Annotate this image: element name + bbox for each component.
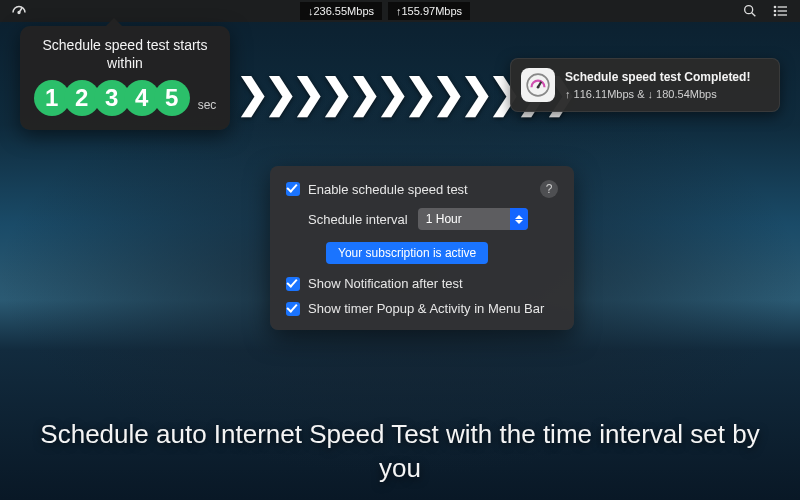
notification-subtitle: ↑ 116.11Mbps & ↓ 180.54Mbps: [565, 88, 769, 100]
chevron-down-icon: [515, 220, 523, 224]
select-stepper-icon: [510, 208, 528, 230]
interval-value: 1 Hour: [418, 212, 510, 226]
chevron-right-icon: ❯: [376, 70, 404, 116]
notification-title: Schedule speed test Completed!: [565, 70, 769, 84]
chevron-right-icon: ❯: [320, 70, 348, 116]
interval-select[interactable]: 1 Hour: [418, 208, 528, 230]
interval-label: Schedule interval: [308, 212, 408, 227]
show-timer-checkbox[interactable]: [286, 302, 300, 316]
countdown-digit: 5: [154, 80, 190, 116]
svg-point-10: [527, 74, 549, 96]
upload-speed-indicator: ↑155.97Mbps: [388, 2, 470, 20]
enable-schedule-label: Enable schedule speed test: [308, 182, 468, 197]
show-notification-label: Show Notification after test: [308, 276, 463, 291]
svg-point-1: [18, 12, 20, 14]
marketing-tagline: Schedule auto Internet Speed Test with t…: [0, 418, 800, 486]
notification-app-icon: [521, 68, 555, 102]
enable-schedule-checkbox[interactable]: [286, 182, 300, 196]
completion-notification[interactable]: Schedule speed test Completed! ↑ 116.11M…: [510, 58, 780, 112]
settings-panel: Enable schedule speed test ? Schedule in…: [270, 166, 574, 330]
show-notification-row: Show Notification after test: [286, 276, 558, 291]
countdown-popup: Schedule speed test starts within 1 2 3 …: [20, 26, 230, 130]
chevron-right-icon: ❯: [236, 70, 264, 116]
chevron-right-icon: ❯: [292, 70, 320, 116]
show-timer-label: Show timer Popup & Activity in Menu Bar: [308, 301, 544, 316]
svg-point-8: [774, 10, 775, 11]
chevron-right-icon: ❯: [264, 70, 292, 116]
countdown-unit: sec: [198, 98, 217, 112]
show-timer-row: Show timer Popup & Activity in Menu Bar: [286, 301, 558, 316]
enable-row: Enable schedule speed test ?: [286, 180, 558, 198]
menubar-right: [742, 3, 790, 19]
svg-point-7: [774, 6, 775, 7]
svg-point-12: [537, 86, 540, 89]
chevron-right-icon: ❯: [404, 70, 432, 116]
chevron-right-icon: ❯: [460, 70, 488, 116]
countdown-digits: 1 2 3 4 5 sec: [30, 80, 220, 116]
list-icon[interactable]: [772, 3, 790, 19]
svg-point-2: [745, 6, 753, 14]
upload-speed-text: ↑155.97Mbps: [396, 3, 462, 19]
download-speed-indicator: ↓236.55Mbps: [300, 2, 382, 20]
gauge-icon[interactable]: [10, 2, 28, 20]
menubar-left: [10, 2, 28, 20]
search-icon[interactable]: [742, 3, 758, 19]
chevron-right-icon: ❯: [348, 70, 376, 116]
countdown-title: Schedule speed test starts within: [30, 36, 220, 72]
svg-point-9: [774, 14, 775, 15]
menubar-speeds: ↓236.55Mbps ↑155.97Mbps: [300, 2, 470, 20]
chevron-up-icon: [515, 215, 523, 219]
download-speed-text: ↓236.55Mbps: [308, 3, 374, 19]
chevron-right-icon: ❯: [432, 70, 460, 116]
show-notification-checkbox[interactable]: [286, 277, 300, 291]
subscription-status-button[interactable]: Your subscription is active: [326, 242, 488, 264]
subscription-row: Your subscription is active: [286, 242, 558, 276]
svg-line-3: [752, 13, 756, 17]
interval-row: Schedule interval 1 Hour: [286, 208, 558, 230]
notification-body: Schedule speed test Completed! ↑ 116.11M…: [565, 70, 769, 100]
help-icon[interactable]: ?: [540, 180, 558, 198]
